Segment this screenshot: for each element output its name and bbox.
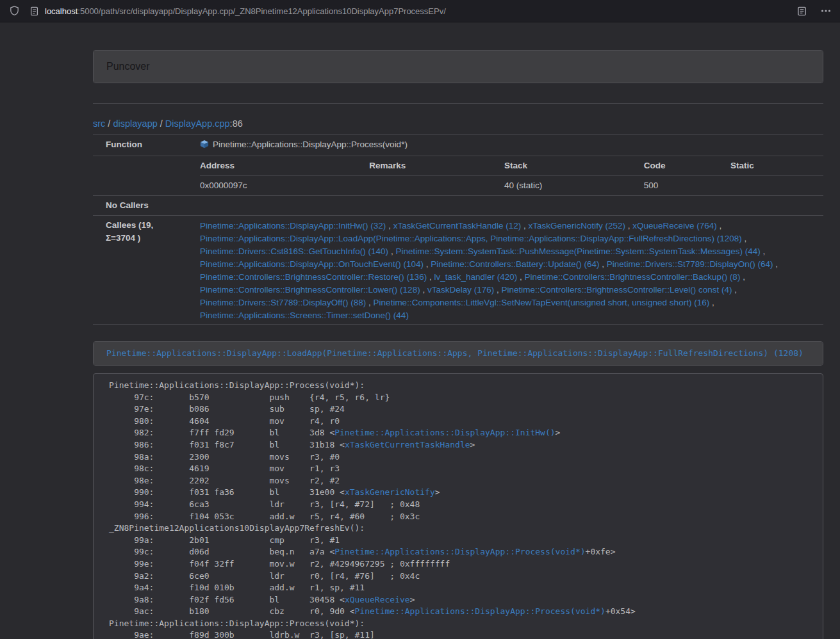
app-header-panel-heading: Puncover — [94, 51, 823, 83]
callee-separator: , — [388, 247, 395, 256]
callee-link[interactable]: Pinetime::Controllers::Battery::Update()… — [431, 259, 599, 269]
callee-link[interactable]: Pinetime::System::SystemTask::PushMessag… — [395, 247, 760, 256]
symbol-table: Function Pinetime::Applications::Display… — [93, 134, 823, 325]
callee-link[interactable]: Pinetime::Applications::DisplayApp::OnTo… — [200, 259, 424, 269]
col-remarks: Remarks — [369, 156, 504, 176]
callee-link[interactable]: Pinetime::Drivers::St7789::DisplayOn() (… — [607, 259, 773, 269]
metrics-row: Address Remarks Stack Code Static 0x0000… — [93, 156, 823, 196]
col-address: Address — [200, 156, 369, 176]
callee-separator: , — [366, 298, 373, 307]
shield-icon[interactable] — [8, 4, 21, 18]
col-static: Static — [730, 156, 823, 176]
disassembly-link[interactable]: xTaskGenericNotify — [345, 487, 435, 497]
metrics-table: Address Remarks Stack Code Static 0x0000… — [200, 156, 823, 195]
callee-separator: , — [427, 272, 434, 282]
breadcrumb-separator: / — [105, 118, 113, 129]
remarks-value — [369, 176, 504, 196]
breadcrumb-link[interactable]: DisplayApp.cpp — [165, 118, 230, 129]
disassembly-listing: Pinetime::Applications::DisplayApp::Proc… — [93, 373, 823, 639]
callee-link[interactable]: vTaskDelay (176) — [427, 285, 494, 295]
function-name: Pinetime::Applications::DisplayApp::Proc… — [213, 140, 408, 149]
callee-separator: , — [717, 221, 722, 231]
callee-separator: , — [424, 259, 431, 269]
callee-link[interactable]: Pinetime::Controllers::BrightnessControl… — [525, 272, 741, 282]
callee-separator: , — [600, 259, 607, 269]
ellipsis-icon[interactable] — [819, 8, 832, 14]
browser-chrome: localhost:5000/path/src/displayapp/Displ… — [0, 0, 840, 22]
breadcrumb-line-number: :86 — [230, 118, 243, 129]
reader-icon[interactable] — [796, 5, 808, 17]
address-value: 0x0000097c — [200, 176, 369, 196]
callee-heading-link[interactable]: Pinetime::Applications::DisplayApp::Load… — [106, 348, 803, 358]
disassembly-link[interactable]: xTaskGetCurrentTaskHandle — [345, 440, 470, 449]
callee-separator: , — [732, 285, 737, 295]
callees-list: Pinetime::Applications::DisplayApp::Init… — [186, 216, 823, 325]
function-row: Function Pinetime::Applications::Display… — [93, 135, 823, 156]
breadcrumb-link[interactable]: displayapp — [113, 118, 157, 129]
callee-link[interactable]: Pinetime::Components::LittleVgl::SetNewT… — [374, 298, 710, 307]
divider — [93, 103, 823, 104]
callee-link[interactable]: Pinetime::Drivers::St7789::DisplayOff() … — [200, 298, 366, 307]
url-bar[interactable]: localhost:5000/path/src/displayapp/Displ… — [45, 6, 788, 16]
callee-detail-panel-heading: Pinetime::Applications::DisplayApp::Load… — [94, 342, 823, 365]
callee-separator: , — [420, 285, 427, 295]
disassembly-link[interactable]: Pinetime::Applications::DisplayApp::Proc… — [334, 547, 585, 556]
callees-row: Callees (19, Σ=3704 ) Pinetime::Applicat… — [93, 216, 823, 325]
callee-link[interactable]: Pinetime::Controllers::BrightnessControl… — [501, 285, 732, 295]
callee-separator: , — [709, 298, 714, 307]
function-label: Function — [93, 135, 186, 156]
callee-separator: , — [517, 272, 524, 282]
col-code: Code — [644, 156, 730, 176]
callee-link[interactable]: Pinetime::Applications::Screens::Timer::… — [200, 311, 409, 320]
callees-label: Callees (19, Σ=3704 ) — [93, 216, 186, 325]
callee-link[interactable]: Pinetime::Controllers::BrightnessControl… — [200, 285, 420, 295]
callee-separator: , — [494, 285, 501, 295]
disassembly-link[interactable]: xQueueReceive — [345, 595, 410, 604]
callee-separator: , — [742, 234, 747, 243]
url-host: localhost — [45, 6, 78, 16]
code-value: 500 — [644, 176, 730, 196]
metrics-value-row: 0x0000097c 40 (static) 500 — [200, 176, 823, 196]
disassembly-link[interactable]: Pinetime::Applications::DisplayApp::Proc… — [355, 606, 605, 616]
function-type-icon — [200, 140, 209, 152]
callee-link[interactable]: xTaskGenericNotify (252) — [529, 221, 626, 231]
col-stack: Stack — [504, 156, 644, 176]
callee-separator: , — [773, 259, 778, 269]
callee-link[interactable]: Pinetime::Applications::DisplayApp::Load… — [200, 234, 742, 243]
callee-link[interactable]: Pinetime::Controllers::BrightnessControl… — [200, 272, 427, 282]
url-path: :5000/path/src/displayapp/DisplayApp.cpp… — [78, 6, 446, 16]
callee-separator: , — [761, 247, 766, 256]
callee-separator: , — [386, 221, 393, 231]
callee-separator: , — [740, 272, 745, 282]
disassembly-link[interactable]: Pinetime::Applications::DisplayApp::Init… — [334, 428, 555, 437]
callee-link[interactable]: lv_task_handler (420) — [434, 272, 517, 282]
callee-link[interactable]: Pinetime::Drivers::Cst816S::GetTouchInfo… — [200, 247, 388, 256]
callee-link[interactable]: xTaskGetCurrentTaskHandle (12) — [393, 221, 522, 231]
page-container: Puncover src / displayapp / DisplayApp.c… — [93, 22, 823, 639]
metrics-header-row: Address Remarks Stack Code Static — [200, 156, 823, 176]
app-title: Puncover — [106, 61, 150, 72]
callee-separator: , — [625, 221, 632, 231]
callee-link[interactable]: xQueueReceive (764) — [632, 221, 716, 231]
callee-link[interactable]: Pinetime::Applications::DisplayApp::Init… — [200, 221, 386, 231]
breadcrumb-link[interactable]: src — [93, 118, 105, 129]
app-header-panel: Puncover — [93, 50, 823, 83]
breadcrumb-separator: / — [158, 118, 165, 129]
callee-separator: , — [521, 221, 528, 231]
static-value — [730, 176, 823, 196]
page-icon[interactable] — [29, 5, 40, 17]
no-callers-row: No Callers — [93, 196, 823, 216]
callee-detail-panel: Pinetime::Applications::DisplayApp::Load… — [93, 341, 823, 366]
breadcrumb: src / displayapp / DisplayApp.cpp:86 — [93, 117, 823, 130]
stack-value: 40 (static) — [504, 176, 644, 196]
no-callers-label: No Callers — [93, 196, 186, 216]
